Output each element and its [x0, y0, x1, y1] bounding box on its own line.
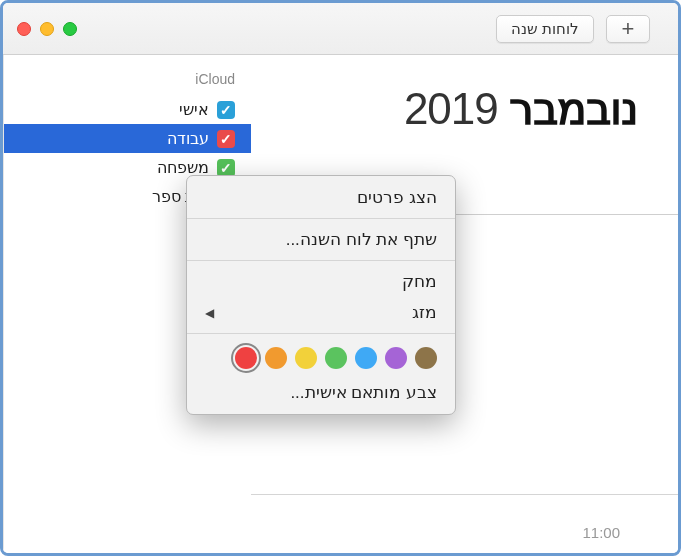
calendar-checkbox[interactable]: ✓ — [217, 130, 235, 148]
time-label: 11:00 — [582, 524, 620, 541]
calendar-label: עבודה — [16, 129, 209, 148]
add-event-button[interactable]: + — [606, 15, 650, 43]
sidebar-calendar-item[interactable]: ✓עבודה — [4, 124, 251, 153]
month-header: נובמבר 2019 — [251, 55, 678, 134]
check-icon: ✓ — [220, 132, 232, 146]
menu-share-calendar[interactable]: שתף את לוח השנה... — [187, 224, 455, 255]
maximize-button[interactable] — [63, 22, 77, 36]
year-label: 2019 — [404, 84, 498, 134]
color-swatch[interactable] — [235, 347, 257, 369]
menu-show-info[interactable]: הצג פרטים — [187, 182, 455, 213]
hour-gridline — [251, 494, 678, 495]
menu-merge[interactable]: מזג ◀ — [187, 297, 455, 328]
close-button[interactable] — [17, 22, 31, 36]
calendar-label: בית ספר — [16, 187, 209, 206]
calendar-label: אישי — [16, 100, 209, 119]
color-swatch[interactable] — [355, 347, 377, 369]
section-title-icloud: iCloud — [4, 67, 251, 95]
menu-delete[interactable]: מחק — [187, 266, 455, 297]
color-swatch-row — [187, 339, 455, 377]
check-icon: ✓ — [220, 161, 232, 175]
color-swatch[interactable] — [385, 347, 407, 369]
check-icon: ✓ — [220, 103, 232, 117]
traffic-lights — [17, 22, 77, 36]
color-swatch[interactable] — [295, 347, 317, 369]
color-swatch[interactable] — [325, 347, 347, 369]
color-swatch[interactable] — [415, 347, 437, 369]
menu-merge-label: מזג — [412, 302, 437, 323]
menu-separator — [187, 333, 455, 334]
calendars-button[interactable]: לוחות שנה — [496, 15, 594, 43]
menu-separator — [187, 218, 455, 219]
menu-custom-color[interactable]: צבע מותאם אישית... — [187, 377, 455, 408]
calendar-label: משפחה — [16, 158, 209, 177]
window-titlebar: + לוחות שנה — [3, 3, 678, 55]
calendar-context-menu: הצג פרטים שתף את לוח השנה... מחק מזג ◀ צ… — [186, 175, 456, 415]
submenu-arrow-icon: ◀ — [205, 306, 214, 320]
sidebar-calendar-item[interactable]: ✓אישי — [4, 95, 251, 124]
calendar-checkbox[interactable]: ✓ — [217, 159, 235, 177]
menu-separator — [187, 260, 455, 261]
minimize-button[interactable] — [40, 22, 54, 36]
color-swatch[interactable] — [265, 347, 287, 369]
calendar-checkbox[interactable]: ✓ — [217, 101, 235, 119]
month-label: נובמבר — [509, 84, 638, 133]
